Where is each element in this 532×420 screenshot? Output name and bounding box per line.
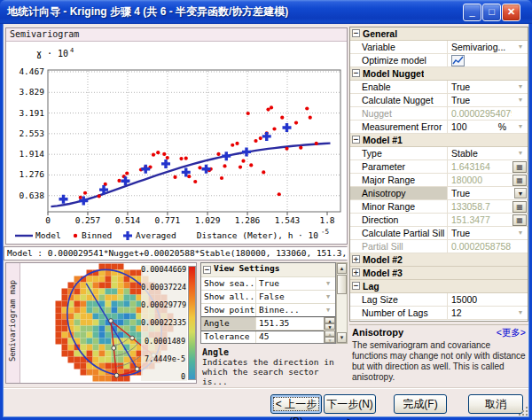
dropdown-arrow-icon[interactable]: ▼ bbox=[514, 148, 527, 159]
property-row[interactable]: VariableSemivariog...▼ bbox=[350, 41, 528, 54]
sector-handle[interactable] bbox=[112, 346, 116, 350]
property-value[interactable]: 133058.7 bbox=[448, 200, 512, 213]
property-value[interactable]: 100% bbox=[448, 121, 512, 133]
setting-value[interactable]: 151.35 bbox=[256, 317, 323, 330]
property-row[interactable]: Partial Sill0.0002058758 bbox=[350, 240, 528, 253]
calculator-button[interactable]: ▦ bbox=[512, 175, 527, 186]
view-settings-scrollbar[interactable]: ▲ ▼ bbox=[336, 262, 348, 344]
semivariogram-plot[interactable]: 4.4673.8293.1912.5531.9141.2760.63800.25… bbox=[6, 43, 347, 245]
property-value[interactable]: True bbox=[448, 187, 512, 199]
property-section-model-3[interactable]: +Model #3 bbox=[350, 267, 528, 280]
scroll-down-icon[interactable]: ▼ bbox=[337, 332, 347, 343]
dropdown-arrow-icon[interactable]: ▼ bbox=[514, 95, 527, 105]
setting-value[interactable]: True bbox=[256, 277, 323, 290]
view-settings-header[interactable]: −View Settings bbox=[201, 263, 335, 277]
sector-handle[interactable] bbox=[135, 367, 139, 371]
expand-icon[interactable]: + bbox=[352, 268, 360, 276]
finish-button[interactable]: 完成(F) bbox=[394, 394, 447, 414]
dropdown-arrow-icon[interactable]: ▼ bbox=[322, 278, 334, 289]
minimize-button[interactable]: _ bbox=[463, 4, 481, 21]
property-control: ▦ bbox=[512, 214, 528, 226]
spinner-control[interactable]: ▲▼ bbox=[324, 331, 335, 343]
property-value[interactable]: 180000 bbox=[448, 174, 512, 186]
property-section-model-1[interactable]: −Model #1 bbox=[350, 134, 528, 147]
next-button[interactable]: 下一步(N) > bbox=[324, 394, 376, 414]
setting-value[interactable]: Binne... bbox=[256, 304, 323, 316]
property-value[interactable]: True bbox=[448, 227, 512, 239]
view-settings-row[interactable]: Angle151.35▲▼ bbox=[201, 317, 335, 331]
property-value[interactable]: 1.643164 bbox=[448, 160, 512, 173]
property-value[interactable] bbox=[448, 54, 512, 66]
collapse-icon[interactable]: − bbox=[352, 282, 360, 290]
dropdown-arrow-icon[interactable]: ▼ bbox=[514, 228, 527, 238]
calculator-button[interactable]: ▦ bbox=[512, 161, 527, 173]
property-value[interactable]: 151.3477 bbox=[448, 214, 512, 226]
view-settings-row[interactable]: Show pointsBinne...▼ bbox=[201, 304, 335, 317]
sector-handle[interactable] bbox=[130, 336, 135, 340]
maximize-button[interactable]: □ bbox=[482, 4, 501, 21]
more-link[interactable]: <更多> bbox=[497, 327, 526, 339]
cancel-button[interactable]: 取消 bbox=[468, 394, 523, 414]
property-row[interactable]: Direction151.3477▦ bbox=[350, 214, 528, 227]
collapse-icon[interactable]: − bbox=[352, 29, 360, 37]
property-row[interactable]: EnableTrue▼ bbox=[350, 81, 528, 94]
property-row[interactable]: Major Range180000▦ bbox=[350, 174, 528, 187]
property-section-model-nugget[interactable]: −Model Nugget bbox=[350, 67, 528, 81]
dropdown-arrow-icon[interactable]: ▼ bbox=[322, 292, 334, 302]
spin-down-icon[interactable]: ▼ bbox=[325, 323, 335, 330]
scrollbar-thumb[interactable] bbox=[337, 275, 347, 294]
calculator-button[interactable]: ▦ bbox=[512, 201, 527, 213]
collapse-icon[interactable]: − bbox=[352, 69, 360, 77]
property-value[interactable]: 0.0002058758 bbox=[448, 240, 512, 253]
property-value[interactable]: 15000 bbox=[448, 293, 512, 306]
property-row[interactable]: Measurement Error100%▼ bbox=[350, 121, 528, 134]
expand-icon[interactable]: + bbox=[352, 255, 360, 263]
spinner-control[interactable]: ▲▼ bbox=[324, 317, 335, 330]
view-settings-row[interactable]: Tolerance45▲▼ bbox=[201, 331, 335, 344]
property-row[interactable]: Calculate NuggetTrue▼ bbox=[350, 94, 528, 107]
optimize-model-button[interactable] bbox=[451, 55, 465, 66]
spin-up-icon[interactable]: ▲ bbox=[325, 331, 335, 337]
spin-down-icon[interactable]: ▼ bbox=[325, 337, 335, 343]
dropdown-arrow-icon[interactable]: ▼ bbox=[514, 121, 527, 132]
dropdown-arrow-icon[interactable]: ▼ bbox=[514, 307, 527, 318]
scroll-up-icon[interactable]: ▲ bbox=[337, 263, 347, 274]
dropdown-arrow-icon[interactable]: ▼ bbox=[514, 42, 527, 52]
sector-handle[interactable] bbox=[114, 373, 119, 377]
property-row[interactable]: Optimize model bbox=[350, 54, 528, 67]
dropdown-arrow-icon[interactable]: ▼ bbox=[514, 188, 527, 198]
dropdown-arrow-icon[interactable]: ▼ bbox=[514, 82, 527, 92]
view-settings-row[interactable]: Show sea...True▼ bbox=[201, 277, 335, 291]
property-value[interactable]: 0.00002954079 bbox=[448, 107, 512, 120]
calculator-button[interactable]: ▦ bbox=[512, 214, 527, 226]
property-row[interactable]: Nugget0.00002954079 bbox=[350, 107, 528, 121]
property-section-model-2[interactable]: +Model #2 bbox=[350, 253, 528, 267]
close-button[interactable]: ✕ bbox=[502, 4, 520, 21]
collapse-icon[interactable]: − bbox=[352, 136, 360, 144]
property-row[interactable]: TypeStable▼ bbox=[350, 147, 528, 160]
property-value[interactable]: 12 bbox=[448, 307, 512, 319]
property-row[interactable]: Minor Range133058.7▦ bbox=[350, 200, 528, 214]
property-value[interactable]: Stable bbox=[448, 147, 512, 159]
setting-value[interactable]: 45 bbox=[256, 331, 323, 343]
property-value[interactable]: Semivariog... bbox=[448, 41, 512, 53]
property-label: Measurement Error bbox=[350, 121, 448, 133]
property-value[interactable]: True bbox=[448, 94, 512, 106]
property-section-general[interactable]: −General bbox=[350, 27, 528, 41]
property-row[interactable]: Calculate Partial SillTrue▼ bbox=[350, 227, 528, 240]
property-row[interactable]: Lag Size15000 bbox=[350, 293, 528, 307]
resize-grip[interactable] bbox=[518, 406, 528, 416]
view-settings-row[interactable]: Show all...False▼ bbox=[201, 291, 335, 304]
back-button[interactable]: < 上一步(B) bbox=[270, 394, 322, 414]
property-row[interactable]: AnisotropyTrue▼ bbox=[350, 187, 528, 200]
title-bar[interactable]: 地统计向导 - Kriging 步骤 4 (共 6 - 半变异函数/协方差建模)… bbox=[0, 0, 532, 24]
sector-handle[interactable] bbox=[109, 319, 113, 323]
property-row[interactable]: Parameter1.643164▦ bbox=[350, 160, 528, 174]
property-row[interactable]: Number of Lags12▼ bbox=[350, 307, 528, 320]
spin-up-icon[interactable]: ▲ bbox=[325, 317, 335, 323]
dropdown-arrow-icon[interactable]: ▼ bbox=[322, 305, 334, 315]
property-value[interactable]: True bbox=[448, 81, 512, 93]
property-section-lag[interactable]: −Lag bbox=[350, 280, 528, 293]
setting-value[interactable]: False bbox=[256, 291, 323, 303]
collapse-icon[interactable]: − bbox=[203, 266, 211, 274]
